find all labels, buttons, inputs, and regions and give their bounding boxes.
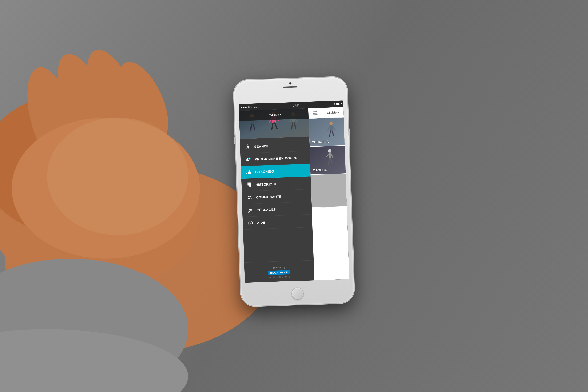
course-label: COURSE À — [312, 140, 329, 144]
category-item-gray[interactable] — [311, 174, 347, 208]
svg-point-47 — [248, 196, 250, 197]
status-right: 1 — [334, 102, 341, 105]
home-button[interactable] — [291, 287, 304, 300]
category-item-marche[interactable]: MARCHÉ — [310, 146, 346, 175]
svg-rect-33 — [246, 159, 247, 161]
battery-fill — [336, 103, 340, 105]
people-icon — [246, 194, 253, 201]
svg-rect-41 — [250, 172, 251, 174]
signal-dot-1 — [241, 106, 242, 108]
communaute-icon-svg — [247, 195, 252, 200]
svg-rect-54 — [330, 125, 333, 131]
running-person-icon — [244, 143, 251, 150]
svg-rect-39 — [248, 172, 248, 174]
phone-shell: Bouygues 17:22 1 — [234, 77, 354, 306]
menu-panel: ‹ William ▾ — [239, 108, 314, 283]
programme-label: PROGRAMME EN COURS — [255, 156, 297, 161]
info-icon — [247, 220, 254, 226]
svg-rect-61 — [328, 152, 332, 158]
decathlon-logo: DECATHLON — [268, 270, 290, 275]
nav-item-aide[interactable]: AIDE — [243, 214, 312, 230]
category-item-course[interactable]: COURSE À — [308, 117, 344, 147]
hero-image: ‹ William ▾ — [239, 108, 309, 139]
hamburger-line-1 — [312, 111, 317, 112]
seance-label: SÉANCE — [254, 144, 269, 148]
historique-label: HISTORIQUE — [256, 182, 277, 186]
communaute-label: COMMUNAUTÉ — [256, 194, 281, 199]
svg-point-32 — [247, 144, 248, 145]
phone-speaker — [283, 86, 297, 88]
status-time: 17:22 — [293, 104, 300, 107]
scene: Bouygues 17:22 1 — [0, 0, 588, 392]
bar-chart-icon — [245, 168, 252, 176]
user-name-label[interactable]: William ▾ — [244, 112, 306, 117]
nav-item-reglages[interactable]: RÉGLAGES — [242, 202, 312, 217]
hamburger-line-3 — [313, 114, 318, 115]
signal-dot-4 — [246, 106, 247, 108]
nav-item-seance[interactable]: SÉANCE — [240, 138, 310, 153]
phone-screen: Bouygues 17:22 1 — [239, 100, 349, 283]
svg-rect-40 — [249, 170, 250, 174]
chart-play-icon — [245, 156, 252, 163]
hamburger-line-2 — [312, 113, 317, 113]
wrench-icon — [246, 207, 253, 214]
svg-point-51 — [250, 222, 250, 222]
signal-dot-2 — [243, 106, 244, 108]
aide-icon-svg — [248, 220, 253, 226]
app-content: ‹ William ▾ — [239, 107, 349, 283]
coaching-label: COACHING — [255, 169, 274, 174]
carrier-label: Bouygues — [248, 105, 259, 108]
phone-camera — [289, 82, 291, 84]
seance-icon-svg — [245, 144, 250, 149]
reglages-icon-svg — [247, 208, 252, 213]
reglages-label: RÉGLAGES — [256, 208, 276, 212]
svg-rect-34 — [247, 158, 248, 161]
nav-item-communaute[interactable]: COMMUNAUTÉ — [242, 189, 312, 204]
version-text: Version: 1.11.0 (2000) — [247, 275, 312, 279]
svg-rect-38 — [246, 172, 248, 174]
svg-rect-35 — [248, 160, 249, 161]
back-button[interactable]: ‹ — [241, 113, 243, 118]
programme-icon-svg — [246, 156, 251, 162]
right-panel: Choisissez — [308, 107, 349, 280]
category-list: COURSE À — [308, 117, 349, 280]
coaching-icon-svg — [246, 169, 252, 175]
menu-footer: powered by DECATHLON Version: 1.11.0 (20… — [244, 260, 314, 283]
svg-point-10 — [47, 118, 188, 235]
battery-icon — [336, 102, 341, 105]
hamburger-button[interactable] — [311, 109, 319, 117]
signal-dot-3 — [244, 106, 246, 108]
nav-menu: SÉANCE — [240, 136, 314, 262]
signal-strength: 1 — [334, 103, 335, 105]
aide-label: AIDE — [257, 220, 265, 224]
signal-dots — [241, 106, 247, 108]
choose-label: Choisissez — [327, 110, 340, 114]
nav-item-programme[interactable]: PROGRAMME EN COURS — [240, 151, 310, 166]
newspaper-icon — [246, 181, 252, 188]
svg-rect-43 — [248, 183, 249, 185]
marche-label: MARCHÉ — [313, 168, 327, 172]
powered-by-text: powered by — [247, 265, 312, 270]
nav-item-historique[interactable]: HISTORIQUE — [241, 176, 311, 192]
historique-icon-svg — [246, 182, 252, 188]
right-header: Choisissez — [308, 107, 344, 118]
status-left: Bouygues — [241, 105, 259, 109]
svg-point-48 — [250, 196, 251, 197]
nav-item-coaching[interactable]: COACHING — [241, 164, 311, 179]
